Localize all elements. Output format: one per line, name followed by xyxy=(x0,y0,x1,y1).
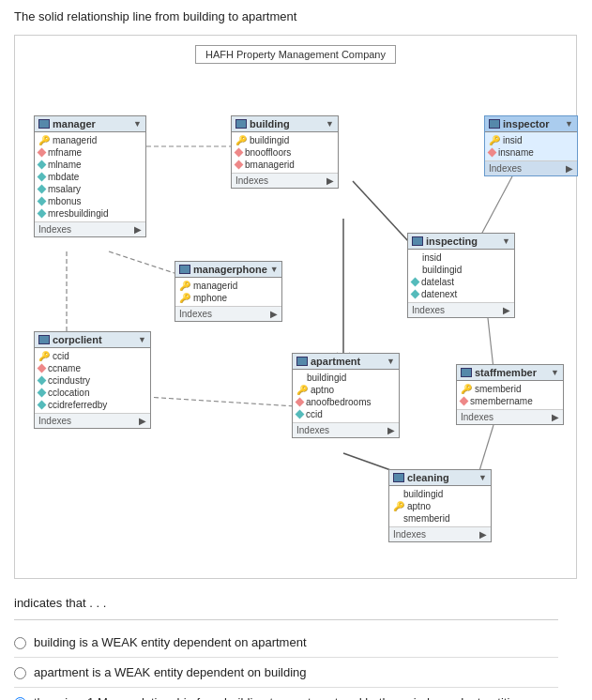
entity-inspecting-header: inspecting ▼ xyxy=(408,234,514,250)
field-name: datenext xyxy=(421,289,457,299)
indexes-label: Indexes xyxy=(179,309,212,319)
option-3-row[interactable]: there is a 1:Many relationship from buil… xyxy=(14,688,578,700)
field-name: ccid xyxy=(306,409,323,419)
entity-cleaning-name: cleaning xyxy=(407,472,449,483)
field-name: msalary xyxy=(48,184,81,194)
field-row: 🔑 smemberid xyxy=(461,383,559,395)
entity-staffmember-indexes: Indexes ▶ xyxy=(457,409,563,424)
field-row: msalary xyxy=(38,183,142,195)
dropdown-arrow-icon: ▼ xyxy=(133,119,142,129)
field-row: ccid xyxy=(296,408,395,420)
field-row: datelast xyxy=(412,276,510,288)
option-1-label: building is a WEAK entity dependent on a… xyxy=(34,635,307,649)
field-name: buildingid xyxy=(422,265,462,275)
intro-text: The solid relationship line from buildin… xyxy=(14,9,578,23)
table-icon xyxy=(461,368,472,377)
diamond-teal-icon xyxy=(38,401,47,410)
entity-inspecting-indexes: Indexes ▶ xyxy=(408,302,514,317)
field-name: insid xyxy=(503,135,523,145)
field-name: bnooffloors xyxy=(245,147,291,158)
indexes-label: Indexes xyxy=(489,163,522,174)
dropdown-arrow-icon: ▼ xyxy=(565,119,573,129)
diamond-pink-icon xyxy=(235,160,244,170)
indexes-arrow-icon: ▶ xyxy=(270,309,278,319)
entity-managerphone: managerphone ▼ 🔑 managerid 🔑 mphone Inde… xyxy=(175,261,282,322)
field-name: buildingid xyxy=(250,135,289,145)
field-name: bmanagerid xyxy=(245,160,295,170)
entity-managerphone-header: managerphone ▼ xyxy=(175,262,281,278)
option-2-radio[interactable] xyxy=(14,667,26,679)
field-name: smemberid xyxy=(403,513,449,524)
entity-inspecting: inspecting ▼ insid buildingid datelast d… xyxy=(407,233,515,318)
option-1-row[interactable]: building is a WEAK entity dependent on a… xyxy=(14,628,578,657)
field-name: smemberid xyxy=(475,384,521,394)
entity-manager-header: manager ▼ xyxy=(35,116,145,132)
indexes-arrow-icon: ▶ xyxy=(566,163,573,174)
field-name: smembername xyxy=(470,396,533,406)
field-name: mbonus xyxy=(48,196,82,206)
field-row: cclocation xyxy=(38,387,146,399)
field-row: 🔑 managerid xyxy=(38,134,142,146)
entity-inspector-name: inspector xyxy=(503,118,550,129)
key-icon: 🔑 xyxy=(38,351,50,361)
entity-apartment-header: apartment ▼ xyxy=(293,354,399,370)
indexes-arrow-icon: ▶ xyxy=(326,175,334,186)
entity-building-header: building ▼ xyxy=(232,116,338,132)
option-1-radio[interactable] xyxy=(14,637,26,649)
diamond-pink-icon xyxy=(460,397,469,406)
entity-inspecting-body: insid buildingid datelast datenext xyxy=(408,250,514,302)
diamond-teal-icon xyxy=(38,388,47,398)
field-name: mbdate xyxy=(48,172,79,182)
entity-managerphone-body: 🔑 managerid 🔑 mphone xyxy=(175,278,281,306)
indexes-label: Indexes xyxy=(412,305,445,315)
option-2-row[interactable]: apartment is a WEAK entity dependent on … xyxy=(14,658,578,687)
dropdown-arrow-icon: ▼ xyxy=(270,265,279,274)
entity-manager-body: 🔑 managerid mfname mlname mbdate msalary xyxy=(35,132,145,221)
field-row: buildingid xyxy=(412,264,510,276)
key-icon: 🔑 xyxy=(179,293,190,303)
entity-inspecting-name: inspecting xyxy=(426,236,478,247)
field-name: aptno xyxy=(311,385,334,395)
table-icon xyxy=(489,119,500,129)
field-name: managerid xyxy=(193,281,237,291)
entity-inspector-indexes: Indexes ▶ xyxy=(485,160,577,175)
key-icon: 🔑 xyxy=(393,501,404,511)
dropdown-arrow-icon: ▼ xyxy=(387,357,395,366)
option-3-label: there is a 1:Many relationship from buil… xyxy=(34,695,523,700)
diamond-teal-icon xyxy=(38,173,47,182)
diamond-teal-icon xyxy=(38,376,47,386)
field-row: mlname xyxy=(38,159,142,171)
entity-building-body: 🔑 buildingid bnooffloors bmanagerid xyxy=(232,132,338,173)
field-name: mresbuildingid xyxy=(48,208,108,219)
field-name: insid xyxy=(422,252,442,263)
indexes-label: Indexes xyxy=(393,529,426,540)
field-name: ccname xyxy=(48,363,81,373)
entity-corpclient: corpclient ▼ 🔑 ccid ccname ccindustry cc… xyxy=(34,331,151,429)
diamond-pink-icon xyxy=(296,398,305,407)
entity-cleaning-header: cleaning ▼ xyxy=(389,470,491,486)
field-name: datelast xyxy=(421,277,454,287)
field-name: managerid xyxy=(53,135,97,145)
entity-inspector-header: inspector ▼ xyxy=(485,116,577,132)
field-name: ccidreferredby xyxy=(48,400,107,410)
field-row: mresbuildingid xyxy=(38,207,142,220)
entity-cleaning-indexes: Indexes ▶ xyxy=(389,526,491,541)
entity-corpclient-body: 🔑 ccid ccname ccindustry cclocation ccid… xyxy=(35,348,150,413)
table-icon xyxy=(412,236,423,246)
key-icon: 🔑 xyxy=(179,281,190,291)
diagram-title: HAFH Property Management Company xyxy=(195,45,396,64)
field-name: mphone xyxy=(193,293,227,303)
field-row: bmanagerid xyxy=(235,159,334,171)
table-icon xyxy=(393,473,404,482)
diamond-pink-icon xyxy=(38,364,47,373)
entity-cleaning: cleaning ▼ buildingid 🔑 aptno smemberid … xyxy=(388,469,492,542)
field-row: 🔑 ccid xyxy=(38,350,146,362)
diamond-pink-icon xyxy=(38,148,47,158)
entity-manager-name: manager xyxy=(53,118,96,129)
field-row: 🔑 buildingid xyxy=(235,134,334,146)
field-name: cclocation xyxy=(48,388,89,398)
field-name: buildingid xyxy=(403,489,443,499)
indexes-label: Indexes xyxy=(461,412,493,422)
option-2-label: apartment is a WEAK entity dependent on … xyxy=(34,665,307,679)
field-row: insid xyxy=(412,251,510,264)
